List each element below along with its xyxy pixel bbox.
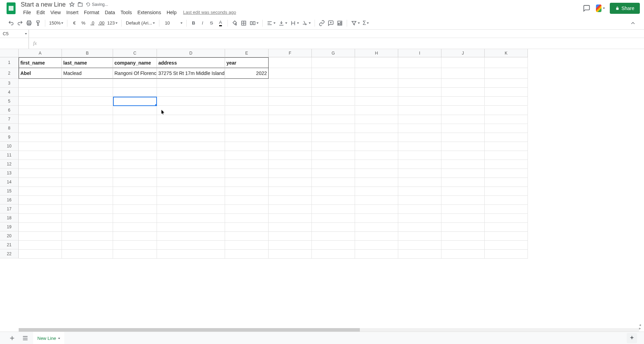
cell[interactable]: [269, 133, 312, 142]
cell[interactable]: [441, 241, 485, 250]
cell[interactable]: [157, 214, 225, 223]
cell[interactable]: [485, 241, 528, 250]
bold-button[interactable]: B: [189, 19, 198, 27]
cell[interactable]: [441, 124, 485, 133]
cell[interactable]: [441, 68, 485, 79]
cell[interactable]: [62, 205, 113, 214]
cell[interactable]: [269, 169, 312, 178]
column-header[interactable]: F: [269, 49, 312, 57]
cell[interactable]: [398, 124, 441, 133]
cell[interactable]: [62, 88, 113, 97]
cell[interactable]: [485, 79, 528, 88]
text-wrap-button[interactable]: [289, 19, 300, 27]
cell[interactable]: [441, 160, 485, 169]
cell[interactable]: [398, 115, 441, 124]
row-header[interactable]: 10: [0, 142, 19, 151]
cell[interactable]: [62, 133, 113, 142]
cell[interactable]: [62, 115, 113, 124]
cell[interactable]: [485, 232, 528, 241]
row-header[interactable]: 8: [0, 124, 19, 133]
cell[interactable]: [113, 241, 157, 250]
format-percent-button[interactable]: %: [79, 19, 87, 27]
cell[interactable]: [485, 223, 528, 232]
cell[interactable]: [441, 57, 485, 68]
cell[interactable]: [312, 133, 355, 142]
cell[interactable]: [485, 250, 528, 259]
row-header[interactable]: 5: [0, 97, 19, 106]
cell[interactable]: [62, 241, 113, 250]
cell[interactable]: 37275 St Rt 17m Middle Island S: [157, 68, 225, 79]
cell[interactable]: [19, 223, 62, 232]
cell[interactable]: [355, 79, 398, 88]
decrease-decimal-button[interactable]: .0: [88, 19, 96, 27]
cells-area[interactable]: first_namelast_namecompany_nameaddressye…: [19, 57, 528, 259]
cell[interactable]: [312, 142, 355, 151]
row-header[interactable]: 19: [0, 222, 19, 231]
cell[interactable]: [269, 205, 312, 214]
cell[interactable]: [19, 142, 62, 151]
cell[interactable]: [19, 214, 62, 223]
cell[interactable]: [312, 241, 355, 250]
font-size-dropdown[interactable]: 10: [162, 19, 184, 27]
cell[interactable]: [225, 133, 269, 142]
cell[interactable]: year: [225, 57, 269, 68]
cell[interactable]: [225, 250, 269, 259]
cell[interactable]: [19, 178, 62, 187]
cell[interactable]: [312, 187, 355, 196]
cell[interactable]: [312, 124, 355, 133]
cell[interactable]: [19, 160, 62, 169]
cell[interactable]: [19, 169, 62, 178]
cell[interactable]: [269, 79, 312, 88]
cell[interactable]: [113, 223, 157, 232]
row-header[interactable]: 13: [0, 169, 19, 178]
cell[interactable]: [19, 196, 62, 205]
insert-chart-button[interactable]: [336, 19, 344, 27]
formula-input[interactable]: [39, 41, 640, 46]
cell[interactable]: [441, 97, 485, 106]
select-all-corner[interactable]: [0, 49, 19, 57]
cell[interactable]: [62, 187, 113, 196]
vertical-align-button[interactable]: [277, 19, 288, 27]
cell[interactable]: [355, 124, 398, 133]
cell[interactable]: [485, 160, 528, 169]
cell[interactable]: [269, 57, 312, 68]
cell[interactable]: [269, 223, 312, 232]
cell[interactable]: [225, 232, 269, 241]
cell[interactable]: [312, 250, 355, 259]
cell[interactable]: [62, 106, 113, 115]
cell[interactable]: [113, 79, 157, 88]
name-box[interactable]: C5: [0, 30, 28, 38]
filter-button[interactable]: [350, 19, 361, 27]
cell[interactable]: [269, 115, 312, 124]
print-button[interactable]: [25, 19, 33, 27]
cell[interactable]: [113, 232, 157, 241]
cell[interactable]: [19, 97, 62, 106]
cell[interactable]: [312, 169, 355, 178]
strikethrough-button[interactable]: S: [207, 19, 216, 27]
comment-history-icon[interactable]: [582, 4, 591, 13]
row-header[interactable]: 18: [0, 213, 19, 222]
cell[interactable]: [19, 232, 62, 241]
cell[interactable]: [312, 214, 355, 223]
cell[interactable]: [113, 88, 157, 97]
cell[interactable]: [398, 187, 441, 196]
cell[interactable]: [485, 214, 528, 223]
cell[interactable]: [312, 160, 355, 169]
cell[interactable]: [269, 241, 312, 250]
cell[interactable]: [113, 160, 157, 169]
borders-button[interactable]: [240, 19, 248, 27]
cell[interactable]: [485, 124, 528, 133]
cell[interactable]: [485, 196, 528, 205]
fill-color-button[interactable]: [231, 19, 239, 27]
cell[interactable]: [113, 250, 157, 259]
row-header[interactable]: 21: [0, 240, 19, 249]
cell[interactable]: [113, 106, 157, 115]
cell[interactable]: [62, 151, 113, 160]
cell[interactable]: [225, 178, 269, 187]
cell[interactable]: [269, 124, 312, 133]
menu-tools[interactable]: Tools: [118, 9, 134, 16]
cell[interactable]: [441, 178, 485, 187]
cell[interactable]: [157, 169, 225, 178]
document-title[interactable]: Start a new Line: [21, 1, 66, 8]
row-header[interactable]: 14: [0, 178, 19, 187]
